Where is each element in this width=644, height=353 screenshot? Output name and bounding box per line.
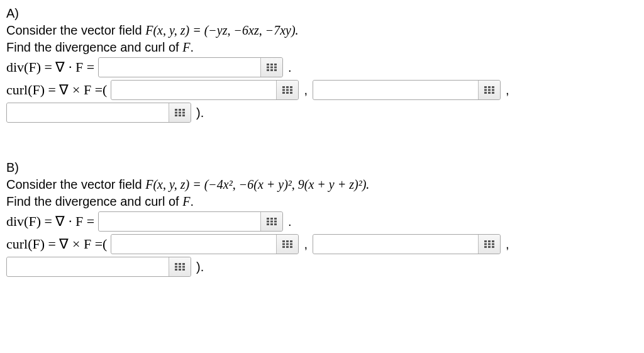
keypad-icon[interactable] [169, 257, 191, 276]
keypad-icon[interactable] [260, 58, 282, 77]
svg-rect-36 [267, 218, 269, 220]
svg-rect-7 [270, 69, 273, 71]
svg-rect-19 [488, 86, 491, 88]
svg-rect-43 [270, 223, 273, 225]
part-a-curl-input1[interactable] [111, 81, 276, 99]
svg-rect-61 [488, 246, 491, 248]
keypad-icon[interactable] [260, 212, 282, 231]
keypad-icon[interactable] [276, 235, 298, 254]
part-b-div-label: div(F) = ∇ · F = [6, 213, 94, 230]
part-a-div-line: div(F) = ∇ · F = . [6, 57, 638, 77]
svg-rect-29 [182, 109, 185, 111]
part-b-curl-input1[interactable] [111, 235, 276, 254]
svg-rect-21 [484, 89, 487, 91]
part-a: A) Consider the vector field F(x, y, z) … [6, 6, 638, 123]
svg-rect-2 [274, 64, 277, 65]
part-a-curl-input2[interactable] [313, 81, 478, 99]
part-b-curl-comma2: , [504, 237, 511, 252]
keypad-icon[interactable] [169, 103, 191, 122]
svg-rect-47 [290, 240, 292, 242]
part-a-curl-closing: ). [195, 106, 205, 120]
svg-rect-57 [484, 244, 487, 245]
svg-rect-40 [270, 221, 273, 223]
part-b-consider-text: Consider the vector field [6, 177, 145, 191]
svg-rect-56 [492, 240, 494, 242]
svg-rect-5 [274, 67, 277, 69]
svg-rect-68 [182, 266, 185, 268]
svg-rect-52 [286, 246, 289, 248]
svg-rect-46 [286, 240, 289, 242]
svg-rect-28 [179, 109, 181, 111]
part-a-F: F [182, 40, 190, 54]
part-a-instruction-period: . [190, 40, 194, 54]
part-a-curl-input3[interactable] [7, 103, 169, 122]
svg-rect-35 [182, 115, 185, 116]
svg-rect-33 [175, 115, 177, 116]
part-a-div-input[interactable] [99, 58, 260, 77]
part-b-vector-field: F(x, y, z) = (−4x², −6(x + y)², 9(x + y … [145, 177, 369, 191]
svg-rect-30 [175, 112, 177, 114]
svg-rect-58 [488, 244, 491, 245]
svg-rect-26 [492, 92, 494, 94]
svg-rect-20 [492, 86, 494, 88]
part-b-curl-comma1: , [303, 237, 309, 252]
svg-rect-39 [267, 221, 269, 223]
part-a-curl-input3-box [6, 103, 191, 123]
part-a-div-input-box [98, 57, 283, 77]
part-b-instruction-period: . [190, 194, 194, 208]
svg-rect-25 [488, 92, 491, 94]
part-a-curl-input2-box [313, 80, 501, 100]
svg-rect-51 [282, 246, 285, 248]
part-a-curl-input1-box [111, 80, 299, 100]
keypad-icon[interactable] [478, 235, 500, 254]
part-b-curl-line: curl(F) = ∇ × F =( , , [6, 234, 638, 254]
part-b-instruction-line: Find the divergence and curl of F. [6, 194, 638, 209]
svg-rect-27 [175, 109, 177, 111]
svg-rect-14 [290, 89, 292, 91]
svg-rect-64 [179, 263, 181, 265]
svg-rect-67 [179, 266, 181, 268]
part-b-curl-input2[interactable] [313, 235, 478, 254]
svg-rect-37 [270, 218, 273, 220]
svg-rect-4 [270, 67, 273, 69]
svg-rect-69 [175, 269, 177, 271]
part-b-curl-input3[interactable] [7, 257, 169, 276]
svg-rect-60 [484, 246, 487, 248]
part-a-label: A) [6, 6, 638, 21]
part-a-consider-line: Consider the vector field F(x, y, z) = (… [6, 23, 638, 38]
part-b-curl-label: curl(F) = ∇ × F =( [6, 236, 107, 252]
svg-rect-15 [282, 92, 285, 94]
svg-rect-9 [282, 86, 285, 88]
svg-rect-70 [179, 269, 181, 271]
svg-rect-45 [282, 240, 285, 242]
svg-rect-59 [492, 244, 494, 245]
svg-rect-10 [286, 86, 289, 88]
svg-rect-63 [175, 263, 177, 265]
svg-rect-50 [290, 244, 292, 245]
svg-rect-34 [179, 115, 181, 116]
svg-rect-0 [267, 64, 269, 65]
part-a-instruction: Find the divergence and curl of [6, 40, 182, 54]
keypad-icon[interactable] [478, 81, 500, 99]
svg-rect-66 [175, 266, 177, 268]
part-b-div-input[interactable] [99, 212, 260, 231]
svg-rect-16 [286, 92, 289, 94]
svg-rect-31 [179, 112, 181, 114]
svg-rect-49 [286, 244, 289, 245]
keypad-icon[interactable] [276, 81, 298, 99]
svg-rect-32 [182, 112, 185, 114]
svg-rect-12 [282, 89, 285, 91]
svg-rect-38 [274, 218, 277, 220]
part-a-curl-line2: ). [6, 103, 638, 123]
svg-rect-3 [267, 67, 269, 69]
svg-rect-54 [484, 240, 487, 242]
svg-rect-65 [182, 263, 185, 265]
part-a-instruction-line: Find the divergence and curl of F. [6, 40, 638, 55]
svg-rect-23 [492, 89, 494, 91]
part-a-div-period: . [287, 60, 293, 75]
svg-rect-41 [274, 221, 277, 223]
part-b-div-input-box [98, 211, 283, 232]
svg-rect-42 [267, 223, 269, 225]
part-b-curl-line2: ). [6, 257, 638, 277]
part-a-div-label: div(F) = ∇ · F = [6, 59, 94, 76]
